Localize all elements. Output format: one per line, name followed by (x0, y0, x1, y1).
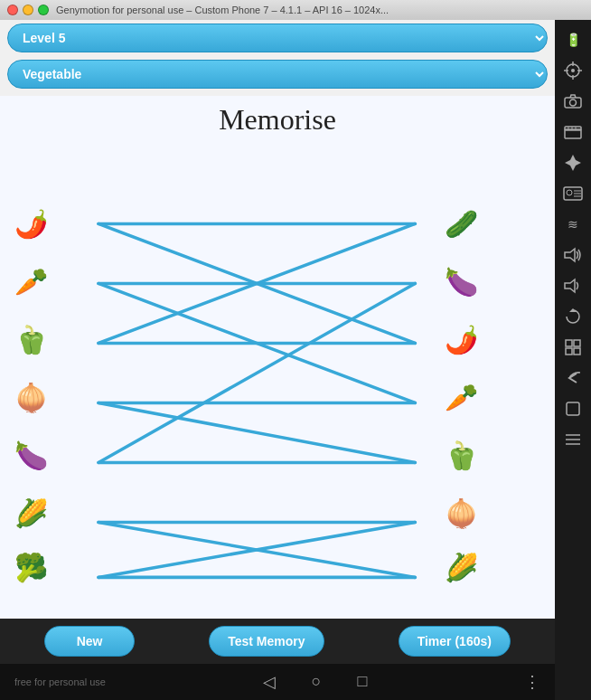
main-content: Memorise (0, 96, 555, 619)
android-home-icon[interactable]: ○ (312, 672, 322, 692)
svg-line-42 (98, 283, 415, 402)
dots-icon: ≋ (560, 212, 586, 237)
svg-line-43 (98, 223, 415, 343)
svg-marker-13 (570, 155, 576, 160)
veggie-left-5[interactable]: 🌽 (9, 491, 52, 534)
minimize-button[interactable] (23, 5, 33, 15)
phone-screen: Level 5 Vegetable Memorise (0, 20, 555, 700)
clapper-icon[interactable] (560, 119, 586, 145)
veggie-left-3[interactable]: 🧅 (9, 375, 52, 419)
veggie-right-3[interactable]: 🥕 (439, 375, 483, 419)
window-title: Genymotion for personal use – Custom Pho… (56, 5, 389, 15)
svg-line-47 (98, 522, 415, 577)
window-controls (7, 5, 49, 15)
veggie-right-5[interactable]: 🧅 (439, 491, 483, 534)
level-dropdown[interactable]: Level 5 (7, 24, 548, 52)
svg-marker-16 (576, 160, 581, 166)
svg-rect-27 (574, 340, 580, 346)
veggie-left-6[interactable]: 🥦 (9, 545, 52, 589)
gps-icon[interactable] (560, 58, 586, 83)
camera-icon[interactable] (560, 89, 586, 114)
battery-icon[interactable]: 🔋 (560, 27, 586, 52)
android-nav-bar: free for personal use ◁ ○ □ ⋮ (0, 664, 555, 700)
volume-down-icon[interactable] (560, 273, 586, 298)
svg-rect-29 (574, 348, 580, 355)
back-icon[interactable] (560, 365, 586, 391)
veggies-area: 🌶️ 🥕 🫑 🧅 🍆 🌽 🥦 🥒 🍆 🌶️ 🥕 🫑 🧅 🌽 (0, 137, 555, 614)
rotate-icon[interactable] (560, 304, 586, 329)
right-sidebar: 🔋 ≋ (555, 20, 591, 700)
svg-line-46 (98, 522, 415, 577)
veggie-right-6[interactable]: 🌽 (439, 545, 483, 589)
menu-lines-icon[interactable] (560, 427, 586, 452)
scale-icon[interactable] (560, 335, 586, 360)
svg-marker-23 (565, 249, 575, 261)
veggie-right-2[interactable]: 🌶️ (439, 317, 483, 361)
svg-line-44 (98, 402, 415, 462)
id-icon[interactable] (560, 181, 586, 206)
volume-up-icon[interactable] (560, 242, 586, 268)
android-back-icon[interactable]: ◁ (263, 672, 276, 692)
svg-marker-14 (570, 166, 576, 171)
dpad-icon[interactable] (560, 150, 586, 175)
svg-rect-30 (567, 402, 579, 415)
timer-button[interactable]: Timer (160s) (399, 626, 511, 657)
svg-marker-15 (565, 160, 570, 166)
test-memory-button[interactable]: Test Memory (209, 626, 324, 657)
svg-rect-9 (565, 127, 581, 130)
category-dropdown[interactable]: Vegetable (7, 60, 548, 89)
svg-marker-24 (565, 279, 575, 292)
svg-point-19 (567, 190, 572, 195)
home-square-icon[interactable] (560, 396, 586, 421)
android-recents-icon[interactable]: □ (357, 672, 367, 692)
dropdown-area: Level 5 Vegetable (0, 20, 555, 96)
new-button[interactable]: New (44, 626, 135, 657)
veggie-right-0[interactable]: 🥒 (439, 202, 483, 245)
android-overflow-icon[interactable]: ⋮ (524, 672, 540, 692)
bottom-bar: New Test Memory Timer (160s) (0, 619, 555, 664)
veggie-right-1[interactable]: 🍆 (439, 260, 483, 303)
svg-line-45 (98, 283, 415, 462)
svg-line-41 (98, 223, 415, 343)
svg-rect-17 (570, 160, 576, 166)
memorise-title: Memorise (0, 103, 555, 137)
svg-point-1 (571, 69, 575, 72)
svg-point-7 (570, 99, 577, 106)
svg-rect-26 (566, 340, 572, 346)
veggie-left-0[interactable]: 🌶️ (9, 202, 52, 245)
title-bar: Genymotion for personal use – Custom Pho… (0, 0, 591, 20)
veggie-left-1[interactable]: 🥕 (9, 260, 52, 303)
veggie-left-4[interactable]: 🍆 (9, 433, 52, 477)
veggie-left-2[interactable]: 🫑 (9, 317, 52, 361)
close-button[interactable] (7, 5, 18, 15)
svg-rect-28 (566, 348, 572, 355)
free-text: free for personal use (14, 676, 106, 687)
android-nav-controls: ◁ ○ □ (263, 672, 368, 692)
veggie-right-4[interactable]: 🫑 (439, 433, 483, 477)
maximize-button[interactable] (38, 5, 49, 15)
